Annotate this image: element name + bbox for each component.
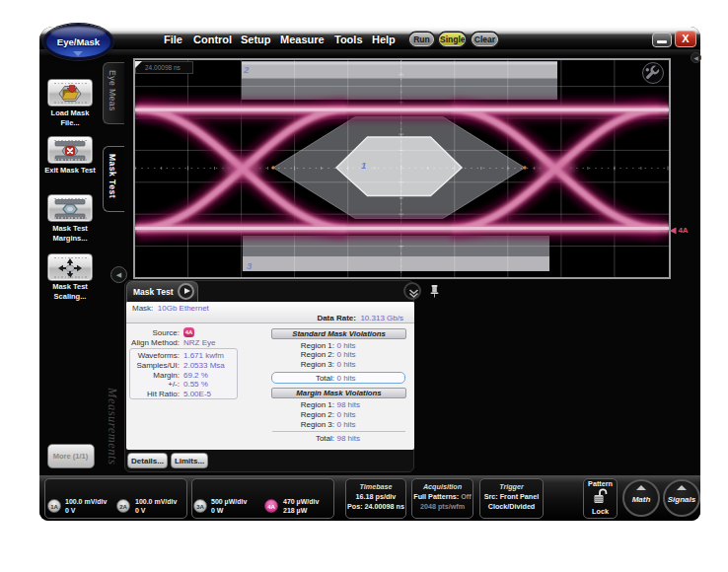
svg-text:3: 3 <box>247 260 253 271</box>
svg-text:1: 1 <box>361 160 366 171</box>
svg-text:2: 2 <box>243 64 250 75</box>
